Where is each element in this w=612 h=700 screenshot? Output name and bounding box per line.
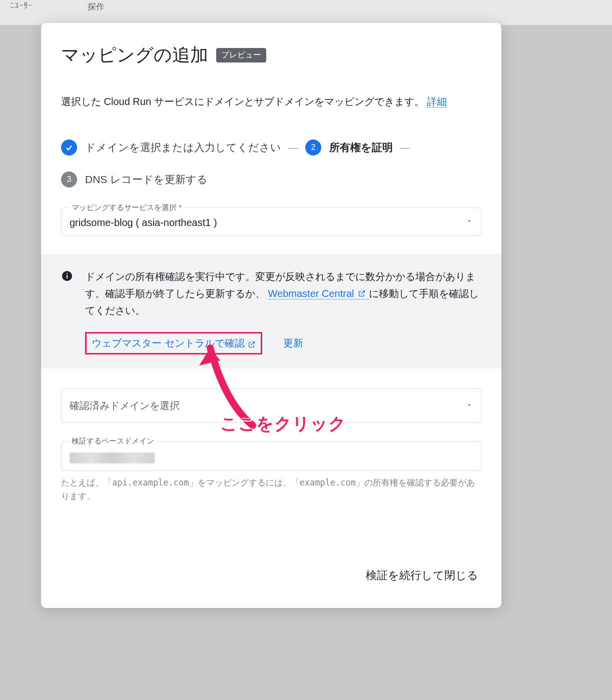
verified-domain-placeholder: 確認済みドメインを選択 [70,400,180,411]
dialog-description: 選択した Cloud Run サービスにドメインとサブドメインをマッピングできま… [61,94,481,110]
svg-rect-1 [67,275,68,278]
webmaster-link-text: Webmaster Central [268,288,354,299]
check-icon [61,140,77,156]
webmaster-central-link[interactable]: Webmaster Central [268,288,369,300]
info-body: ドメインの所有権確認を実行中です。変更が反映されるまでに数分かかる場合があります… [85,268,481,354]
background-header: ﾆﾕｰｻｰ 探作 [0,0,612,25]
step-divider-2: — [400,142,410,154]
step-3-number: 3 [61,172,77,188]
info-banner: ドメインの所有権確認を実行中です。変更が反映されるまでに数分かかる場合があります… [41,254,501,368]
step-2: 2 所有権を証明 [305,140,393,156]
confirm-in-webmaster-button[interactable]: ウェブマスター セントラルで確認 [85,332,262,354]
info-icon [61,270,73,282]
service-select-value: gridsome-blog ( asia-northeast1 ) [70,217,217,228]
step-3-label: DNS レコードを更新する [85,172,208,186]
bg-col-action: 探作 [88,1,105,12]
refresh-button[interactable]: 更新 [283,336,303,350]
step-3: 3 DNS レコードを更新する [61,172,481,188]
add-mapping-dialog: マッピングの追加 プレビュー 選択した Cloud Run サービスにドメインと… [41,23,501,608]
base-domain-value-redacted [70,452,155,464]
step-1: ドメインを選択または入力してください [61,140,281,156]
base-domain-input[interactable]: 検証するベースドメイン [61,441,481,471]
step-2-label: 所有権を証明 [329,140,393,154]
external-link-icon [248,340,256,348]
confirm-button-label: ウェブマスター セントラルで確認 [92,336,245,350]
step-1-label: ドメインを選択または入力してください [85,140,281,154]
continue-and-close-button[interactable]: 検証を続行して閉じる [363,563,481,588]
bg-col-user: ﾆﾕｰｻｰ [10,1,33,11]
service-select-label: マッピングするサービスを選択 * [69,203,185,212]
dialog-footer: 検証を続行して閉じる [61,563,481,588]
chevron-down-icon [466,218,473,226]
dialog-title-row: マッピングの追加 プレビュー [61,43,481,68]
external-link-icon [358,286,366,294]
description-text: 選択した Cloud Run サービスにドメインとサブドメインをマッピングできま… [61,96,427,107]
chevron-down-icon [466,402,473,410]
step-divider-1: — [288,142,298,154]
step-2-number: 2 [305,140,321,156]
stepper: ドメインを選択または入力してください — 2 所有権を証明 — 3 DNS レコ… [61,140,481,188]
base-domain-label: 検証するベースドメイン [69,436,157,446]
service-select[interactable]: マッピングするサービスを選択 * gridsome-blog ( asia-no… [61,208,481,236]
info-actions: ウェブマスター セントラルで確認 更新 [85,332,481,354]
verified-domain-select[interactable]: 確認済みドメインを選択 [61,388,481,423]
details-link[interactable]: 詳細 [427,96,447,108]
svg-rect-2 [67,273,68,274]
info-text: ドメインの所有権確認を実行中です。変更が反映されるまでに数分かかる場合があります… [85,268,481,319]
dialog-title: マッピングの追加 [61,43,208,68]
base-domain-helper: たとえば、「api.example.com」をマッピングするには、「exampl… [61,476,481,503]
preview-chip: プレビュー [216,48,266,62]
